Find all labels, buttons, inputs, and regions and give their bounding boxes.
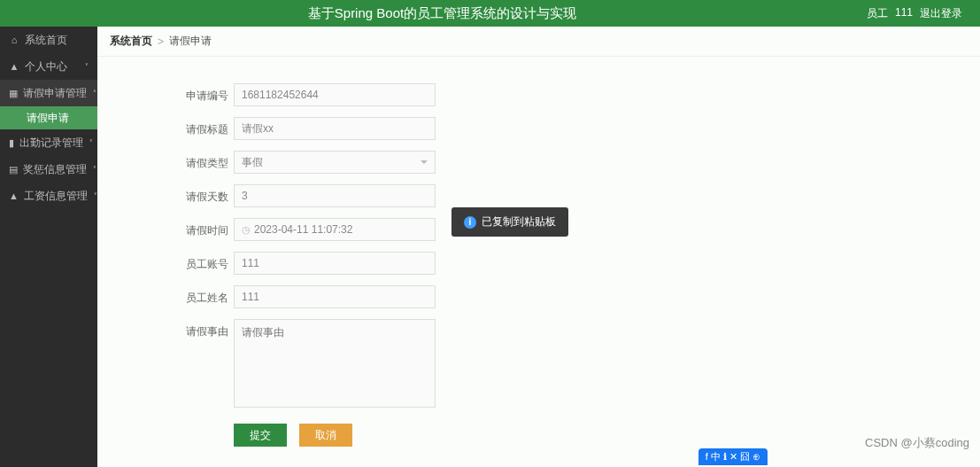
monitor-icon: ▤ bbox=[9, 164, 18, 175]
sidebar-item-home[interactable]: ⌂ 系统首页 bbox=[0, 27, 97, 53]
input-id[interactable] bbox=[234, 83, 436, 106]
chevron-up-icon: ˄ bbox=[93, 89, 96, 98]
grid-icon: ▦ bbox=[9, 88, 18, 99]
label-empname: 员工姓名 bbox=[186, 285, 234, 306]
sidebar-item-leave[interactable]: ▦ 请假申请管理 ˄ bbox=[0, 80, 97, 106]
select-type[interactable]: 事假 bbox=[234, 151, 436, 174]
label-reason: 请假事由 bbox=[186, 319, 234, 339]
sidebar-item-profile[interactable]: ▲ 个人中心 ˅ bbox=[0, 53, 97, 80]
person-icon: ▲ bbox=[9, 191, 19, 201]
submit-button[interactable]: 提交 bbox=[234, 424, 287, 447]
app-title: 基于Spring Boot的员工管理系统的设计与实现 bbox=[18, 5, 867, 22]
chart-icon: ▮ bbox=[9, 137, 14, 149]
sidebar-item-label: 工资信息管理 bbox=[24, 189, 88, 204]
clock-icon: ◷ bbox=[242, 224, 251, 236]
app-header: 基于Spring Boot的员工管理系统的设计与实现 员工 111 退出登录 bbox=[0, 0, 980, 27]
sidebar-item-label: 出勤记录管理 bbox=[19, 136, 83, 151]
home-icon: ⌂ bbox=[9, 35, 19, 45]
breadcrumb-current: 请假申请 bbox=[169, 34, 212, 49]
main-content: 系统首页 > 请假申请 申请编号 请假标题 请假类型 事假 请假天数 bbox=[97, 27, 980, 467]
toast-notification: i 已复制到粘贴板 bbox=[451, 207, 568, 237]
label-type: 请假类型 bbox=[186, 151, 234, 171]
leave-form: 申请编号 请假标题 请假类型 事假 请假天数 请假时间 ◷ bbox=[97, 57, 980, 467]
select-type-value: 事假 bbox=[242, 155, 263, 170]
chevron-down-icon: ˅ bbox=[89, 138, 93, 148]
input-empname[interactable] bbox=[234, 285, 436, 308]
sidebar-item-label: 请假申请管理 bbox=[23, 86, 87, 101]
sidebar-item-label: 个人中心 bbox=[25, 59, 79, 74]
cancel-button[interactable]: 取消 bbox=[299, 424, 352, 447]
user-role: 员工 bbox=[867, 6, 888, 21]
logout-link[interactable]: 退出登录 bbox=[920, 6, 962, 21]
user-icon: ▲ bbox=[9, 61, 19, 72]
input-days[interactable] bbox=[234, 184, 436, 207]
label-time: 请假时间 bbox=[186, 218, 234, 238]
info-icon: i bbox=[464, 216, 476, 229]
breadcrumb-home[interactable]: 系统首页 bbox=[110, 34, 152, 49]
sidebar: ⌂ 系统首页 ▲ 个人中心 ˅ ▦ 请假申请管理 ˄ 请假申请 ▮ 出勤记录管理… bbox=[0, 27, 97, 467]
input-time-value: 2023-04-11 11:07:32 bbox=[254, 223, 352, 236]
textarea-reason[interactable] bbox=[234, 319, 436, 408]
breadcrumb: 系统首页 > 请假申请 bbox=[97, 27, 980, 57]
label-title: 请假标题 bbox=[186, 117, 234, 137]
sidebar-item-label: 系统首页 bbox=[25, 33, 89, 48]
bottom-badge: f 中 ℹ ✕ 囧 ⊕ bbox=[698, 448, 768, 465]
label-days: 请假天数 bbox=[186, 184, 234, 205]
sidebar-sub-label: 请假申请 bbox=[27, 111, 69, 126]
user-name: 111 bbox=[895, 6, 913, 21]
label-empno: 员工账号 bbox=[186, 252, 234, 272]
input-empno[interactable] bbox=[234, 252, 436, 275]
sidebar-item-attendance[interactable]: ▮ 出勤记录管理 ˅ bbox=[0, 129, 97, 156]
sidebar-item-label: 奖惩信息管理 bbox=[23, 162, 87, 177]
chevron-down-icon: ˅ bbox=[94, 191, 97, 201]
toast-text: 已复制到粘贴板 bbox=[482, 214, 556, 230]
chevron-down-icon: ˅ bbox=[93, 165, 96, 175]
label-id: 申请编号 bbox=[186, 83, 234, 104]
input-time[interactable]: ◷ 2023-04-11 11:07:32 bbox=[234, 218, 436, 241]
breadcrumb-separator: > bbox=[158, 35, 164, 48]
sidebar-item-reward[interactable]: ▤ 奖惩信息管理 ˅ bbox=[0, 156, 97, 183]
watermark: CSDN @小蔡coding bbox=[865, 435, 969, 451]
sidebar-item-salary[interactable]: ▲ 工资信息管理 ˅ bbox=[0, 183, 97, 209]
header-user-area: 员工 111 退出登录 bbox=[867, 6, 962, 21]
chevron-down-icon: ˅ bbox=[85, 62, 89, 72]
sidebar-sub-leave-apply[interactable]: 请假申请 bbox=[0, 106, 97, 129]
input-title[interactable] bbox=[234, 117, 436, 140]
